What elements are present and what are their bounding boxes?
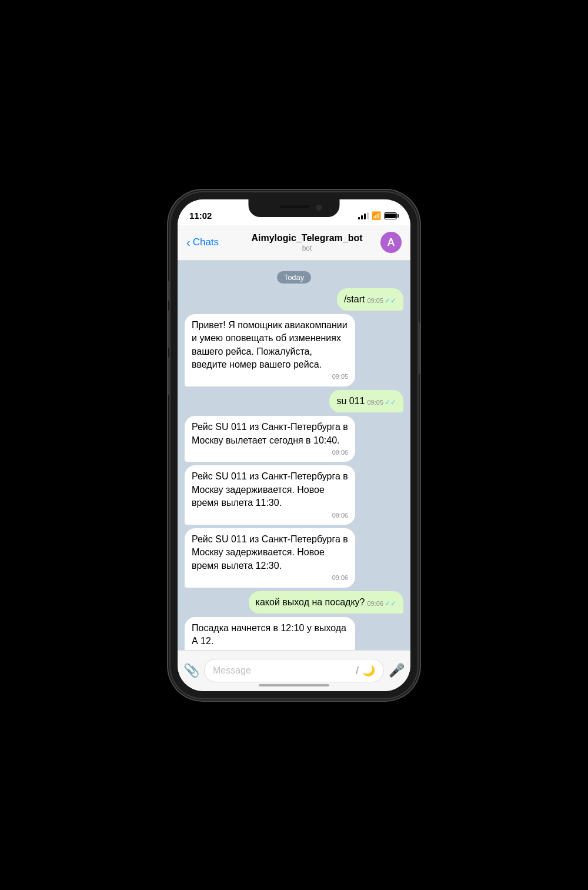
message-content-wrap: какой выход на посадку? 09:06 ✓✓	[256, 596, 396, 609]
message-bubble: su 011 09:05 ✓✓	[329, 390, 403, 412]
status-icons: 📶	[358, 211, 399, 220]
message-row: Рейс SU 011 из Санкт-Петербурга в Москву…	[185, 528, 403, 588]
message-meta: 09:05	[192, 372, 348, 381]
attachment-icon[interactable]: 📎	[183, 663, 199, 678]
message-time: 09:06	[332, 511, 349, 520]
message-time: 09:06	[367, 599, 383, 608]
phone-frame: 11:02 📶	[171, 192, 417, 698]
message-row: какой выход на посадку? 09:06 ✓✓	[185, 591, 403, 614]
message-bubble: какой выход на посадку? 09:06 ✓✓	[249, 591, 403, 614]
signal-bar-3	[364, 214, 366, 219]
signal-bar-1	[358, 217, 360, 219]
message-checks-icon: ✓✓	[385, 296, 396, 306]
microphone-icon[interactable]: 🎤	[389, 663, 405, 678]
volume-down-button	[168, 357, 171, 395]
message-text: /start	[344, 293, 365, 306]
message-input-wrap[interactable]: Message / 🌙	[204, 659, 384, 682]
message-bubble: /start 09:05 ✓✓	[337, 288, 403, 311]
message-content-wrap: /start 09:05 ✓✓	[344, 293, 396, 306]
notch	[249, 199, 340, 217]
sticker-icon[interactable]: 🌙	[362, 664, 375, 677]
message-row: /start 09:05 ✓✓	[185, 288, 403, 311]
message-bubble: Рейс SU 011 из Санкт-Петербурга в Москву…	[185, 528, 355, 588]
message-bubble: Рейс SU 011 из Санкт-Петербурга в Москву…	[185, 465, 355, 525]
back-button[interactable]: ‹ Chats	[186, 236, 233, 249]
message-text: su 011	[336, 395, 365, 408]
phone-body: 11:02 📶	[171, 192, 417, 698]
screen: 11:02 📶	[178, 199, 410, 691]
message-input[interactable]: Message	[213, 665, 351, 676]
battery-icon	[384, 212, 399, 219]
volume-up-button	[168, 310, 171, 348]
message-text: Рейс SU 011 из Санкт-Петербурга в Москву…	[192, 471, 348, 508]
message-row: Рейс SU 011 из Санкт-Петербурга в Москву…	[185, 465, 403, 525]
chat-area: Today /start 09:05 ✓✓	[178, 261, 410, 650]
message-text: Рейс SU 011 из Санкт-Петербурга в Москву…	[192, 422, 348, 445]
input-right-icons: / 🌙	[356, 664, 375, 677]
commands-icon[interactable]: /	[356, 665, 359, 677]
wifi-icon: 📶	[372, 211, 381, 220]
message-meta: 09:06	[192, 448, 348, 457]
nav-center: Aimylogic_Telegram_bot bot	[233, 232, 380, 252]
date-badge-label: Today	[277, 271, 312, 284]
message-text: Посадка начнется в 12:10 у выхода А 12.	[192, 623, 346, 646]
mute-button	[168, 281, 171, 301]
signal-bars-icon	[358, 212, 369, 219]
chat-subtitle: bot	[233, 244, 380, 252]
message-bubble: Посадка начнется в 12:10 у выхода А 12. …	[185, 617, 355, 650]
message-content-wrap: su 011 09:05 ✓✓	[336, 395, 396, 408]
signal-bar-2	[361, 215, 363, 219]
message-text: Привет! Я помощник авиакомпании и умею о…	[192, 320, 348, 369]
front-camera	[316, 205, 322, 211]
message-text: Рейс SU 011 из Санкт-Петербурга в Москву…	[192, 534, 348, 571]
message-time: 09:05	[332, 372, 349, 381]
message-bubble: Привет! Я помощник авиакомпании и умею о…	[185, 314, 355, 386]
message-row: Привет! Я помощник авиакомпании и умею о…	[185, 314, 403, 386]
message-meta: 09:06	[192, 511, 348, 520]
speaker	[279, 205, 309, 208]
battery-tip	[397, 214, 399, 218]
message-bubble: Рейс SU 011 из Санкт-Петербурга в Москву…	[185, 416, 355, 462]
message-row: Рейс SU 011 из Санкт-Петербурга в Москву…	[185, 416, 403, 462]
chevron-left-icon: ‹	[186, 236, 191, 249]
battery-body	[384, 212, 397, 219]
nav-bar: ‹ Chats Aimylogic_Telegram_bot bot A	[178, 225, 410, 261]
power-button	[417, 322, 420, 375]
back-label[interactable]: Chats	[193, 236, 219, 248]
message-checks-icon: ✓✓	[385, 599, 396, 609]
avatar[interactable]: A	[380, 232, 402, 253]
message-time: 09:05	[367, 398, 383, 407]
date-divider: Today	[185, 271, 403, 284]
message-time: 09:05	[367, 296, 383, 305]
message-row: su 011 09:05 ✓✓	[185, 390, 403, 412]
chat-title: Aimylogic_Telegram_bot	[233, 232, 380, 244]
message-time: 09:06	[332, 448, 349, 457]
message-checks-icon: ✓✓	[385, 398, 396, 408]
home-indicator	[259, 684, 329, 686]
battery-fill	[385, 214, 396, 218]
message-row: Посадка начнется в 12:10 у выхода А 12. …	[185, 617, 403, 650]
message-meta: 09:06	[192, 574, 348, 582]
signal-bar-4	[367, 212, 369, 219]
message-text: какой выход на посадку?	[256, 596, 365, 609]
status-time: 11:02	[189, 211, 212, 221]
message-time: 09:06	[332, 574, 349, 582]
